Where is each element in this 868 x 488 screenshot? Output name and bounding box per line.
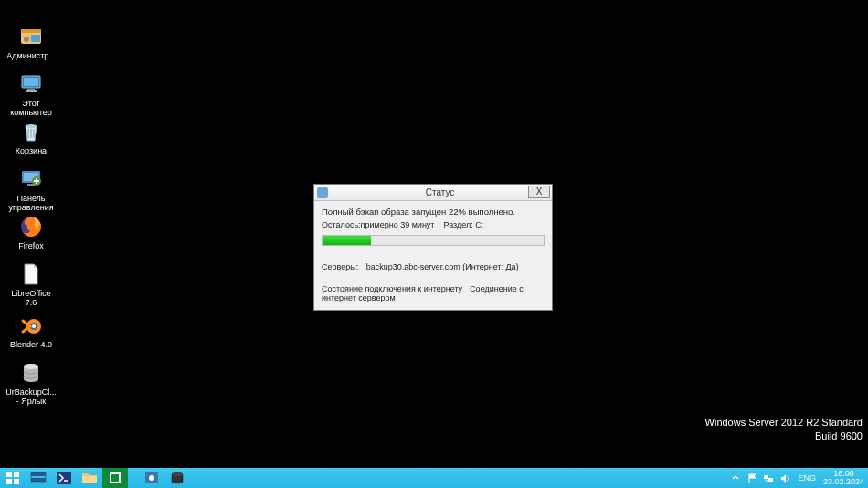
- backup-status-line: Полный бэкап образа запущен 22% выполнен…: [322, 207, 545, 217]
- partition-label: Раздел: C:: [443, 220, 483, 229]
- tray-network-icon[interactable]: [763, 472, 774, 483]
- urbackup-taskbar-button[interactable]: [164, 468, 190, 488]
- taskbar-spacer: [190, 468, 730, 488]
- svg-rect-37: [768, 478, 773, 482]
- system-tray: ENG 16:06 23.02.2024: [730, 468, 868, 488]
- svg-rect-2: [31, 35, 40, 42]
- firefox-icon: [18, 214, 44, 239]
- desktop-icon-blender[interactable]: Blender 4.0: [4, 313, 58, 350]
- svg-rect-7: [26, 90, 37, 92]
- servers-value: backup30.abc-server.com (Интернет: Да): [366, 262, 519, 271]
- desktop-icon-label: Корзина: [16, 147, 47, 156]
- file-explorer-button[interactable]: [77, 468, 102, 488]
- svg-rect-36: [764, 475, 768, 479]
- close-button[interactable]: X: [528, 186, 550, 198]
- desktop-icon-label: LibreOffice 7.6: [11, 290, 50, 308]
- status-dialog: Статус X Полный бэкап образа запущен 22%…: [313, 184, 553, 311]
- svg-point-35: [172, 472, 183, 476]
- trash-icon: [18, 119, 44, 144]
- link-internet-status[interactable]: Состояние подключения к интернету: [322, 284, 462, 293]
- pinned-app-1[interactable]: [102, 468, 128, 488]
- libreoffice-icon: [18, 261, 44, 287]
- desktop-icon-label: Панель управления: [8, 195, 53, 213]
- tray-flag-icon[interactable]: [746, 472, 757, 483]
- watermark-line2: Build 9600: [705, 430, 863, 442]
- svg-point-20: [24, 364, 38, 369]
- tray-chevron-icon[interactable]: [730, 472, 741, 483]
- desktop-icon-label: UrBackupCl... - Ярлык: [5, 388, 57, 407]
- control-panel-icon: [18, 166, 44, 192]
- watermark-line1: Windows Server 2012 R2 Standard: [705, 416, 863, 429]
- svg-point-33: [149, 475, 154, 481]
- svg-rect-23: [6, 479, 12, 484]
- svg-rect-29: [82, 476, 97, 483]
- taskbar-separator: [128, 468, 139, 488]
- powershell-button[interactable]: [51, 468, 77, 488]
- svg-point-8: [26, 124, 37, 128]
- desktop-icon-recycle-bin[interactable]: Корзина: [4, 119, 58, 156]
- tray-sound-icon[interactable]: [779, 472, 790, 483]
- taskbar-left: [0, 468, 190, 488]
- desktop-icon-admin[interactable]: Администр...: [4, 24, 58, 61]
- svg-rect-22: [14, 472, 19, 477]
- clock-date: 23.02.2024: [823, 478, 864, 486]
- svg-rect-26: [31, 478, 46, 482]
- svg-point-3: [24, 37, 29, 42]
- app-icon: [143, 471, 160, 485]
- server-manager-icon: [30, 471, 47, 485]
- svg-rect-21: [6, 472, 12, 477]
- os-watermark: Windows Server 2012 R2 Standard Build 96…: [705, 416, 863, 442]
- powershell-icon: [56, 471, 72, 485]
- svg-rect-31: [111, 474, 119, 482]
- remaining-label: Осталось:примерно 39 минут: [322, 220, 434, 229]
- desktop-icon-label: Blender 4.0: [10, 341, 52, 350]
- svg-rect-5: [24, 78, 38, 86]
- app-icon: [317, 187, 328, 198]
- desktop-icon-firefox[interactable]: Firefox: [4, 214, 58, 251]
- language-indicator[interactable]: ENG: [796, 473, 818, 483]
- server-manager-button[interactable]: [26, 468, 51, 488]
- pinned-app-2[interactable]: [139, 468, 164, 488]
- app-icon: [108, 471, 122, 485]
- desktop-icon-urbackup[interactable]: UrBackupCl... - Ярлык: [4, 360, 58, 407]
- progress-bar: [322, 235, 545, 246]
- svg-rect-1: [21, 29, 41, 33]
- servers-line: Серверы: backup30.abc-server.com (Интерн…: [322, 262, 545, 271]
- database-icon: [18, 360, 44, 386]
- start-button[interactable]: [0, 468, 26, 488]
- windows-start-icon: [5, 471, 20, 485]
- admin-tools-icon: [18, 24, 44, 49]
- svg-rect-6: [27, 89, 35, 90]
- database-icon: [169, 471, 185, 485]
- svg-rect-24: [14, 479, 19, 484]
- svg-rect-25: [31, 472, 46, 476]
- dialog-body: Полный бэкап образа запущен 22% выполнен…: [314, 201, 552, 310]
- servers-label: Серверы:: [322, 262, 358, 271]
- desktop-icon-this-pc[interactable]: Этот компьютер: [4, 71, 58, 118]
- desktop-icon-label: Этот компьютер: [10, 100, 51, 118]
- dialog-title: Статус: [328, 187, 552, 197]
- taskbar-clock[interactable]: 16:06 23.02.2024: [823, 470, 864, 486]
- backup-remaining-line: Осталось:примерно 39 минутРаздел: C:: [322, 220, 545, 229]
- blender-icon: [18, 313, 44, 338]
- desktop-icon-label: Администр...: [6, 52, 56, 61]
- folder-icon: [81, 471, 98, 485]
- desktop-icon-label: Firefox: [18, 242, 44, 251]
- progress-fill: [323, 236, 371, 245]
- desktop-icon-control-panel[interactable]: Панель управления: [4, 166, 58, 213]
- taskbar: ENG 16:06 23.02.2024: [0, 468, 868, 488]
- dialog-titlebar[interactable]: Статус X: [314, 185, 552, 201]
- dialog-links: Состояние подключения к интернетуСоедине…: [322, 284, 545, 302]
- svg-rect-14: [34, 180, 39, 182]
- desktop-icon-libreoffice[interactable]: LibreOffice 7.6: [4, 261, 58, 308]
- svg-point-18: [32, 324, 36, 328]
- computer-icon: [18, 71, 44, 97]
